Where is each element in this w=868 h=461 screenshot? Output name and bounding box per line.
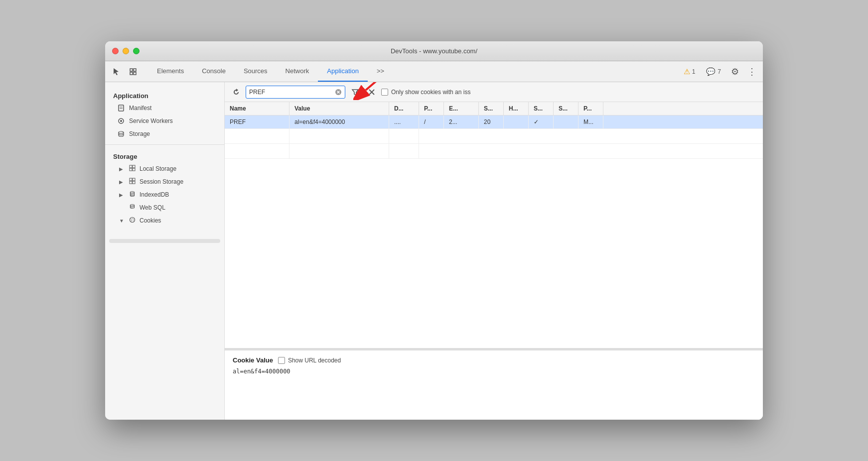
local-storage-icon [129, 165, 136, 173]
svg-point-22 [133, 218, 134, 219]
cookie-value-header: Cookie Value Show URL decoded [233, 356, 755, 364]
svg-rect-3 [134, 72, 136, 75]
svg-rect-4 [119, 105, 124, 111]
sidebar-scrollbar[interactable] [109, 239, 220, 243]
panel-toolbar: Only show cookies with an iss [225, 82, 763, 102]
svg-rect-1 [134, 69, 136, 71]
sidebar-item-service-workers[interactable]: Service Workers [105, 115, 224, 127]
sidebar: Application Manifest Service Workers Sto… [105, 82, 225, 420]
svg-rect-2 [130, 72, 133, 75]
cookie-value-text: al=en&f4=4000000 [233, 368, 755, 375]
filter-area [348, 85, 362, 99]
more-options-button[interactable]: ⋮ [745, 65, 759, 79]
tab-elements[interactable]: Elements [148, 61, 193, 82]
empty-cell [225, 144, 289, 158]
table-row[interactable]: PREF al=en&f4=4000000 .... / 2... 20 ✓ M… [225, 115, 763, 129]
svg-point-9 [119, 131, 124, 133]
search-input[interactable] [249, 89, 335, 96]
url-decoded-label: Show URL decoded [288, 357, 341, 364]
main-panel: Only show cookies with an iss Name Value… [225, 82, 763, 420]
svg-rect-11 [133, 165, 135, 168]
sidebar-item-cookies[interactable]: ▼ Cookies [105, 214, 224, 227]
cookies-arrow: ▼ [119, 218, 125, 224]
tab-more[interactable]: >> [368, 61, 393, 82]
cookies-label: Cookies [140, 217, 161, 224]
titlebar: DevTools - www.youtube.com/ [105, 41, 763, 61]
col-header-domain: D... [389, 102, 419, 115]
local-storage-label: Local Storage [140, 165, 176, 172]
svg-rect-10 [130, 165, 132, 168]
svg-point-8 [120, 120, 122, 122]
empty-row-2[interactable] [225, 144, 763, 159]
svg-rect-13 [133, 168, 135, 171]
svg-point-21 [131, 219, 132, 220]
empty-cell [389, 129, 419, 143]
sidebar-item-local-storage[interactable]: ▶ Local Storage [105, 162, 224, 175]
window-controls [112, 48, 140, 54]
show-url-decoded[interactable]: Show URL decoded [278, 357, 341, 364]
message-count: 7 [718, 68, 721, 75]
cookies-table: Name Value D... P... E... S... H... S...… [225, 102, 763, 420]
warnings-button[interactable]: ⚠ 1 [680, 66, 700, 78]
storage-app-label: Storage [129, 130, 150, 137]
only-issues-filter[interactable]: Only show cookies with an iss [381, 89, 470, 96]
window-title: DevTools - www.youtube.com/ [391, 47, 477, 55]
col-header-httponly: H... [504, 102, 529, 115]
refresh-button[interactable] [230, 86, 243, 99]
sidebar-item-manifest[interactable]: Manifest [105, 102, 224, 115]
storage-section-title: Storage [105, 149, 224, 162]
indexeddb-label: IndexedDB [140, 191, 169, 198]
pointer-icon[interactable] [109, 65, 123, 79]
app-section-title: Application [105, 88, 224, 102]
close-button[interactable] [112, 48, 119, 54]
sidebar-item-indexeddb[interactable]: ▶ IndexedDB [105, 188, 224, 201]
settings-button[interactable]: ⚙ [728, 65, 742, 79]
col-header-name: Name [225, 102, 289, 115]
sidebar-item-session-storage[interactable]: ▶ Session Storage [105, 175, 224, 188]
minimize-button[interactable] [123, 48, 129, 54]
indexeddb-arrow: ▶ [119, 192, 125, 198]
tab-console[interactable]: Console [193, 61, 235, 82]
svg-point-20 [130, 218, 135, 223]
sidebar-item-web-sql[interactable]: Web SQL [105, 201, 224, 214]
col-header-value: Value [289, 102, 389, 115]
warning-icon: ⚠ [684, 67, 690, 76]
tab-application[interactable]: Application [318, 61, 368, 82]
url-decoded-checkbox[interactable] [278, 357, 285, 364]
col-header-path: P... [419, 102, 444, 115]
svg-rect-17 [133, 181, 135, 184]
only-issues-checkbox[interactable] [381, 89, 388, 96]
cell-expires: 2... [444, 115, 479, 128]
tab-network[interactable]: Network [277, 61, 318, 82]
empty-row-1[interactable] [225, 129, 763, 144]
svg-rect-14 [130, 178, 132, 181]
manifest-icon [117, 104, 125, 112]
svg-point-19 [131, 205, 135, 206]
cell-value: al=en&f4=4000000 [289, 115, 389, 128]
inspect-icon[interactable] [126, 65, 140, 79]
tab-list: Elements Console Sources Network Applica… [148, 61, 680, 82]
filter-button[interactable] [348, 85, 362, 99]
service-workers-label: Service Workers [129, 117, 173, 124]
tab-sources[interactable]: Sources [235, 61, 277, 82]
svg-point-24 [131, 220, 132, 221]
cancel-filter-button[interactable] [365, 86, 378, 99]
clear-search-button[interactable] [335, 89, 342, 96]
only-issues-label-text: Only show cookies with an iss [391, 89, 470, 96]
sidebar-item-storage-app[interactable]: Storage [105, 127, 224, 140]
col-header-priority: P... [579, 102, 603, 115]
cell-httponly [504, 115, 529, 128]
empty-cell [389, 144, 419, 158]
messages-button[interactable]: 💬 7 [702, 66, 725, 78]
maximize-button[interactable] [133, 48, 140, 54]
svg-point-18 [131, 192, 135, 193]
svg-rect-0 [130, 69, 133, 71]
tab-bar: Elements Console Sources Network Applica… [105, 61, 763, 82]
local-storage-arrow: ▶ [119, 166, 125, 172]
svg-rect-12 [130, 168, 132, 171]
session-storage-label: Session Storage [140, 178, 183, 185]
devtools-window: DevTools - www.youtube.com/ Elements Con… [105, 41, 763, 420]
table-header: Name Value D... P... E... S... H... S...… [225, 102, 763, 115]
sidebar-divider-1 [105, 144, 224, 145]
table-body: PREF al=en&f4=4000000 .... / 2... 20 ✓ M… [225, 115, 763, 348]
